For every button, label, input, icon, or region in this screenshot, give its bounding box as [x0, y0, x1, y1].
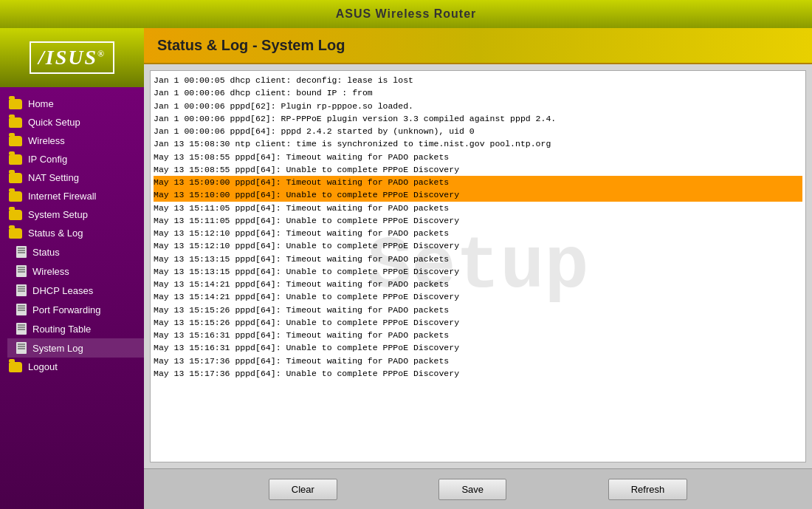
sidebar-item-nat-setting-label: NAT Setting [28, 172, 79, 183]
folder-icon [9, 210, 22, 220]
content-area: Status & Log - System Log Setup Jan 1 00… [144, 28, 812, 509]
sidebar-item-wireless-sub-label: Wireless [32, 266, 69, 277]
sidebar-item-logout[interactable]: Logout [0, 358, 144, 376]
log-line: May 13 15:16:31 pppd[64]: Unable to comp… [154, 341, 802, 354]
sidebar-item-status-label: Status [32, 247, 60, 258]
asus-logo: /ISUS® [30, 41, 114, 74]
header-title: ASUS Wireless Router [336, 7, 477, 21]
doc-icon [16, 265, 27, 277]
log-line: May 13 15:12:10 pppd[64]: Unable to comp… [154, 239, 802, 252]
log-line: Jan 1 00:00:06 pppd[62]: RP-PPPoE plugin… [154, 112, 802, 125]
log-line: May 13 15:17:36 pppd[64]: Timeout waitin… [154, 355, 802, 367]
save-button[interactable]: Save [438, 479, 506, 500]
page-title: Status & Log - System Log [157, 37, 345, 53]
button-bar: Clear Save Refresh [144, 468, 812, 509]
sidebar-item-wireless[interactable]: Wireless [0, 131, 144, 150]
sidebar-item-quick-setup-label: Quick Setup [28, 117, 80, 128]
sidebar-item-home[interactable]: Home [0, 95, 144, 113]
sidebar-item-port-forwarding[interactable]: Port Forwarding [7, 300, 144, 319]
folder-icon [9, 136, 22, 146]
logo-area: /ISUS® [0, 28, 144, 87]
sidebar-item-internet-firewall-label: Internet Firewall [28, 191, 96, 202]
log-line: May 13 15:17:36 pppd[64]: Unable to comp… [154, 367, 802, 380]
log-line: May 13 15:14:21 pppd[64]: Timeout waitin… [154, 278, 802, 290]
log-line: May 13 15:08:55 pppd[64]: Timeout waitin… [154, 151, 802, 163]
folder-icon [9, 362, 22, 372]
sidebar-item-status-log[interactable]: Status & Log [0, 224, 144, 242]
log-line: May 13 15:08:55 pppd[64]: Unable to comp… [154, 163, 802, 176]
sidebar-item-system-setup-label: System Setup [28, 209, 88, 220]
log-line: May 13 15:15:26 pppd[64]: Timeout waitin… [154, 304, 802, 316]
folder-icon [9, 173, 22, 183]
log-line: May 13 15:15:26 pppd[64]: Unable to comp… [154, 316, 802, 329]
header-bar: ASUS Wireless Router [0, 0, 812, 28]
sidebar-item-system-log-label: System Log [32, 343, 83, 354]
log-line: Jan 1 00:00:06 dhcp client: bound IP : f… [154, 86, 802, 99]
doc-icon [16, 323, 27, 335]
log-line: Jan 13 15:08:30 ntp client: time is sync… [154, 137, 802, 150]
folder-icon [9, 154, 22, 165]
sidebar-item-wireless-label: Wireless [28, 135, 65, 146]
sidebar-item-ip-config-label: IP Config [28, 154, 67, 165]
log-line: May 13 15:11:05 pppd[64]: Unable to comp… [154, 214, 802, 227]
sidebar-item-status-log-label: Status & Log [28, 228, 83, 239]
log-line: Jan 1 00:00:06 pppd[64]: pppd 2.4.2 star… [154, 125, 802, 137]
sidebar-item-nat-setting[interactable]: NAT Setting [0, 168, 144, 187]
log-line: May 13 15:10:00 pppd[64]: Unable to comp… [154, 188, 802, 201]
log-line: May 13 15:09:00 pppd[64]: Timeout waitin… [154, 176, 802, 188]
sub-menu: Status Wireless DHCP Leases Port Forward… [0, 242, 144, 358]
page-title-bar: Status & Log - System Log [144, 28, 812, 64]
nav-menu: Home Quick Setup Wireless IP Config NAT … [0, 87, 144, 509]
log-line: May 13 15:13:15 pppd[64]: Unable to comp… [154, 265, 802, 278]
log-line: May 13 15:11:05 pppd[64]: Timeout waitin… [154, 202, 802, 214]
sidebar-item-port-forwarding-label: Port Forwarding [32, 304, 100, 315]
doc-icon [16, 284, 27, 296]
doc-icon [16, 304, 27, 315]
sidebar-item-status[interactable]: Status [7, 242, 144, 262]
sidebar: /ISUS® Home Quick Setup Wireless IP Conf… [0, 28, 144, 509]
log-line: May 13 15:13:15 pppd[64]: Timeout waitin… [154, 253, 802, 265]
sidebar-item-system-setup[interactable]: System Setup [0, 205, 144, 224]
clear-button[interactable]: Clear [269, 479, 337, 500]
sidebar-item-routing-table[interactable]: Routing Table [7, 319, 144, 338]
refresh-button[interactable]: Refresh [608, 479, 688, 500]
sidebar-item-wireless-sub[interactable]: Wireless [7, 262, 144, 281]
log-line: May 13 15:14:21 pppd[64]: Unable to comp… [154, 290, 802, 303]
log-line: May 13 15:16:31 pppd[64]: Timeout waitin… [154, 329, 802, 341]
sidebar-item-ip-config[interactable]: IP Config [0, 150, 144, 168]
main-layout: /ISUS® Home Quick Setup Wireless IP Conf… [0, 28, 812, 509]
folder-icon [9, 117, 22, 128]
folder-icon [9, 191, 22, 202]
log-line: Jan 1 00:00:06 pppd[62]: Plugin rp-pppoe… [154, 100, 802, 112]
log-line: Jan 1 00:00:05 dhcp client: deconfig: le… [154, 74, 802, 86]
doc-icon [16, 246, 27, 258]
log-line: May 13 15:12:10 pppd[64]: Timeout waitin… [154, 227, 802, 239]
sidebar-item-dhcp-leases[interactable]: DHCP Leases [7, 281, 144, 300]
sidebar-item-internet-firewall[interactable]: Internet Firewall [0, 187, 144, 205]
sidebar-item-logout-label: Logout [28, 361, 58, 372]
sidebar-item-home-label: Home [28, 98, 54, 109]
log-content[interactable]: Setup Jan 1 00:00:05 dhcp client: deconf… [150, 70, 806, 462]
sidebar-item-dhcp-leases-label: DHCP Leases [32, 285, 93, 296]
folder-icon [9, 228, 22, 239]
log-lines: Jan 1 00:00:05 dhcp client: deconfig: le… [154, 74, 802, 380]
folder-icon [9, 99, 22, 109]
sidebar-item-quick-setup[interactable]: Quick Setup [0, 113, 144, 131]
sidebar-item-system-log[interactable]: System Log [7, 338, 144, 358]
doc-icon [16, 342, 27, 354]
sidebar-item-routing-table-label: Routing Table [32, 324, 91, 335]
